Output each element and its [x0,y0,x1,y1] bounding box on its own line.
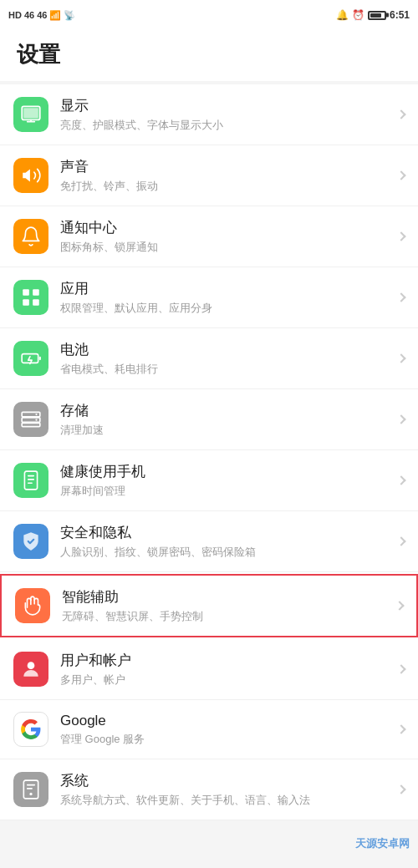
item-subtitle-system: 系统导航方式、软件更新、关于手机、语言、输入法 [60,793,398,808]
chevron-icon-security [396,536,405,546]
svg-rect-3 [23,289,29,296]
notification-icon: 🔔 [336,9,349,21]
settings-item-sound[interactable]: 声音 免打扰、铃声、振动 [0,145,418,206]
item-text-google: Google 管理 Google 服务 [60,713,398,747]
status-bar: HD 46 46 📶 📡 🔔 ⏰ 6:51 [0,0,418,30]
sound-icon [20,165,42,186]
time-display: 6:51 [390,9,410,21]
system-icon [20,779,42,800]
item-subtitle-storage: 清理加速 [60,423,398,438]
item-subtitle-google: 管理 Google 服务 [60,732,398,747]
item-title-security: 安全和隐私 [60,523,398,542]
health-icon [20,470,42,491]
icon-user [13,652,48,687]
settings-item-display[interactable]: 显示 亮度、护眼模式、字体与显示大小 [0,84,418,145]
svg-rect-4 [33,289,39,296]
item-subtitle-battery: 省电模式、耗电排行 [60,362,398,377]
item-subtitle-apps: 权限管理、默认应用、应用分身 [60,301,398,316]
settings-item-user[interactable]: 用户和帐户 多用户、帐户 [0,639,418,700]
svg-rect-9 [22,418,40,422]
chevron-icon-health [396,475,405,485]
icon-apps [13,280,48,315]
settings-item-battery[interactable]: 电池 省电模式、耗电排行 [0,328,418,389]
item-subtitle-notification: 图标角标、锁屏通知 [60,240,398,255]
icon-notification [13,219,48,254]
icon-storage [13,402,48,437]
item-text-display: 显示 亮度、护眼模式、字体与显示大小 [60,96,398,133]
svg-point-16 [29,793,32,795]
chevron-icon-notification [396,231,405,241]
item-title-google: Google [60,713,398,729]
wifi-icon: 📶 [49,10,61,21]
item-subtitle-security: 人脸识别、指纹、锁屏密码、密码保险箱 [60,545,398,560]
settings-item-apps[interactable]: 应用 权限管理、默认应用、应用分身 [0,267,418,328]
item-subtitle-assist: 无障碍、智慧识屏、手势控制 [62,609,396,624]
item-text-assist: 智能辅助 无障碍、智慧识屏、手势控制 [62,587,396,624]
item-text-security: 安全和隐私 人脸识别、指纹、锁屏密码、密码保险箱 [60,523,398,560]
item-title-storage: 存储 [60,401,398,420]
settings-item-system[interactable]: 系统 系统导航方式、软件更新、关于手机、语言、输入法 [0,759,418,820]
svg-rect-15 [23,780,38,799]
icon-assist [15,588,50,623]
battery-icon [368,11,386,20]
security-icon [20,530,42,552]
page-title: 设置 [0,30,418,81]
chevron-icon-assist [395,601,404,610]
icon-display [13,97,48,132]
item-subtitle-user: 多用户、帐户 [60,673,398,688]
item-text-storage: 存储 清理加速 [60,401,398,438]
item-text-apps: 应用 权限管理、默认应用、应用分身 [60,279,398,316]
notification-icon [20,226,42,247]
item-subtitle-sound: 免打扰、铃声、振动 [60,179,398,194]
item-title-sound: 声音 [60,157,398,176]
watermark: 天源安卓网 [355,836,410,851]
google-icon [20,718,42,740]
icon-health [13,463,48,498]
item-text-health: 健康使用手机 屏幕时间管理 [60,462,398,499]
signal-icon: 📡 [64,10,75,21]
item-title-assist: 智能辅助 [62,587,396,607]
item-title-user: 用户和帐户 [60,651,398,670]
svg-rect-2 [23,108,38,118]
icon-security [13,524,48,559]
settings-item-notification[interactable]: 通知中心 图标角标、锁屏通知 [0,206,418,267]
status-right-icons: 🔔 ⏰ 6:51 [336,9,410,21]
storage-icon [20,409,42,430]
settings-item-security[interactable]: 安全和隐私 人脸识别、指纹、锁屏密码、密码保险箱 [0,511,418,572]
item-text-battery: 电池 省电模式、耗电排行 [60,340,398,377]
icon-google [13,712,48,747]
icon-battery [13,341,48,376]
svg-point-14 [28,662,35,669]
battery-icon [20,348,42,369]
chevron-icon-sound [396,170,405,180]
chevron-icon-apps [396,292,405,302]
icon-system [13,772,48,807]
status-left-icons: HD 46 46 📶 📡 [8,10,75,21]
item-title-health: 健康使用手机 [60,462,398,481]
svg-rect-8 [22,412,40,416]
chevron-icon-display [396,109,405,119]
chevron-icon-battery [396,353,405,363]
settings-item-google[interactable]: Google 管理 Google 服务 [0,700,418,759]
user-icon [20,658,42,680]
settings-item-assist[interactable]: 智能辅助 无障碍、智慧识屏、手势控制 [0,574,418,637]
item-title-display: 显示 [60,96,398,115]
chevron-icon-user [396,664,405,673]
item-text-system: 系统 系统导航方式、软件更新、关于手机、语言、输入法 [60,771,398,808]
svg-rect-10 [22,423,40,426]
chevron-icon-system [396,784,405,794]
settings-item-health[interactable]: 健康使用手机 屏幕时间管理 [0,450,418,511]
item-title-system: 系统 [60,771,398,790]
apps-icon [20,287,42,308]
settings-item-storage[interactable]: 存储 清理加速 [0,389,418,450]
item-title-notification: 通知中心 [60,218,398,237]
item-text-user: 用户和帐户 多用户、帐户 [60,651,398,688]
svg-rect-6 [33,299,39,306]
item-subtitle-health: 屏幕时间管理 [60,484,398,499]
settings-list: 显示 亮度、护眼模式、字体与显示大小 声音 免打扰、铃声、振动 [0,84,418,820]
item-text-notification: 通知中心 图标角标、锁屏通知 [60,218,398,255]
item-subtitle-display: 亮度、护眼模式、字体与显示大小 [60,118,398,133]
icon-sound [13,158,48,193]
svg-rect-5 [23,299,29,306]
svg-rect-7 [22,354,38,363]
